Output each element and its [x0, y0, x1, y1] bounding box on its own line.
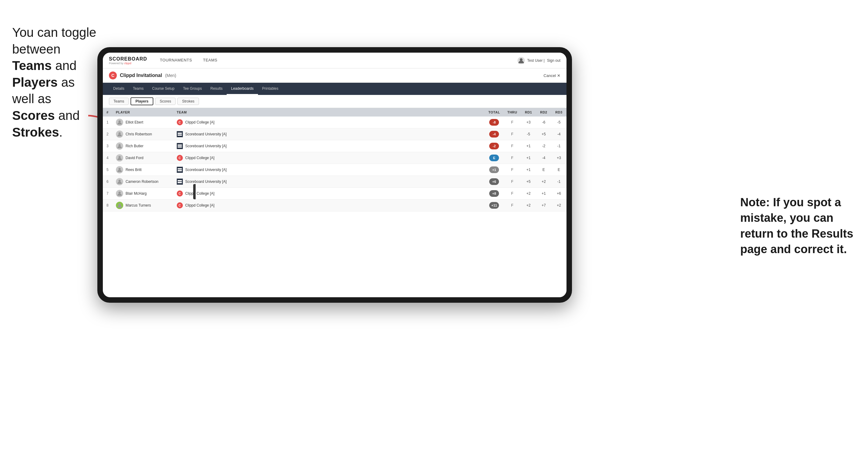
table-row: 7Blair McHargCClippd College [A]+8F+2+1+…	[103, 188, 566, 199]
cell-rd1: +1	[521, 152, 536, 164]
cell-rank: 6	[103, 176, 112, 188]
svg-point-3	[118, 132, 121, 134]
cell-rd3: -1	[551, 140, 566, 152]
cell-rank: 2	[103, 128, 112, 140]
cell-player: David Ford	[112, 152, 173, 164]
logo-text: SCOREBOARD	[109, 56, 147, 62]
cell-rd3: -1	[551, 176, 566, 188]
cell-rd3: E	[551, 164, 566, 176]
col-team: TEAM	[173, 108, 473, 117]
cell-rd2: +1	[536, 188, 551, 199]
svg-point-6	[118, 168, 121, 170]
cell-player: Chris Robertson	[112, 128, 173, 140]
svg-point-2	[118, 121, 121, 123]
nav-links: TOURNAMENTS TEAMS	[155, 53, 518, 68]
cell-rank: 7	[103, 188, 112, 199]
tablet-screen: SCOREBOARD Powered by clippd TOURNAMENTS…	[103, 53, 566, 297]
scores-table: # PLAYER TEAM TOTAL THRU RD1 RD2 RD3 1El…	[103, 108, 566, 212]
svg-point-7	[118, 180, 121, 182]
cell-total: +8	[485, 188, 503, 199]
user-area: Test User | Sign out	[518, 57, 560, 64]
cell-team: Scoreboard University [A]	[173, 140, 473, 152]
table-row: 1Elliot EbertCClippd College [A]-8F+3-6-…	[103, 117, 566, 128]
cell-total: -2	[485, 140, 503, 152]
toggle-teams-button[interactable]: Teams	[109, 98, 129, 105]
tournament-logo: C	[109, 71, 117, 80]
cell-thru: F	[503, 199, 521, 212]
user-name: Test User |	[527, 58, 545, 63]
nav-teams[interactable]: TEAMS	[197, 53, 223, 68]
cell-rd2: E	[536, 164, 551, 176]
cell-rank: 5	[103, 164, 112, 176]
cell-thru: F	[503, 176, 521, 188]
cell-total: -4	[485, 128, 503, 140]
cell-total: E	[485, 152, 503, 164]
tournament-header: C Clippd Invitational (Men) Cancel ✕	[103, 68, 566, 83]
cell-team: CClippd College [A]	[173, 117, 473, 128]
sub-nav-tee-groups[interactable]: Tee Groups	[179, 83, 206, 95]
svg-point-9	[118, 204, 121, 206]
cell-player: Marcus Turners	[112, 199, 173, 212]
table-row: 3Rich ButlerScoreboard University [A]-2F…	[103, 140, 566, 152]
cell-thru: F	[503, 117, 521, 128]
cancel-button[interactable]: Cancel ✕	[544, 73, 560, 78]
col-total: TOTAL	[485, 108, 503, 117]
logo-area: SCOREBOARD Powered by clippd	[109, 56, 147, 65]
nav-tournaments[interactable]: TOURNAMENTS	[155, 53, 198, 68]
col-thru: THRU	[503, 108, 521, 117]
col-rd2: RD2	[536, 108, 551, 117]
tournament-gender: (Men)	[165, 73, 177, 78]
user-icon	[518, 57, 525, 64]
cell-team: CClippd College [A]	[173, 152, 473, 164]
table-row: 2Chris RobertsonScoreboard University [A…	[103, 128, 566, 140]
table-row: 4David FordCClippd College [A]EF+1-4+3	[103, 152, 566, 164]
toggle-players-button[interactable]: Players	[130, 97, 153, 105]
sub-nav-teams[interactable]: Teams	[129, 83, 148, 95]
sub-nav-details[interactable]: Details	[109, 83, 129, 95]
tablet-frame: SCOREBOARD Powered by clippd TOURNAMENTS…	[97, 47, 572, 303]
col-spacer	[472, 108, 485, 117]
tournament-name: Clippd Invitational	[120, 73, 162, 78]
sign-out-link[interactable]: Sign out	[547, 58, 560, 63]
cell-rd1: -5	[521, 128, 536, 140]
toggle-scores-button[interactable]: Scores	[155, 98, 176, 105]
cell-team: Scoreboard University [A]	[173, 176, 473, 188]
cell-rd3: -5	[551, 117, 566, 128]
cell-rd2: +7	[536, 199, 551, 212]
right-annotation: Note: If you spot a mistake, you can ret…	[740, 195, 856, 257]
cell-rd1: +1	[521, 140, 536, 152]
cell-player: Cameron Robertson	[112, 176, 173, 188]
cell-team: CClippd College [A]	[173, 199, 473, 212]
sub-nav: Details Teams Course Setup Tee Groups Re…	[103, 83, 566, 95]
cell-thru: F	[503, 140, 521, 152]
cell-thru: F	[503, 188, 521, 199]
sub-nav-printables[interactable]: Printables	[258, 83, 283, 95]
svg-point-5	[118, 156, 121, 158]
tournament-title-area: C Clippd Invitational (Men)	[109, 71, 176, 80]
leaderboard-table: # PLAYER TEAM TOTAL THRU RD1 RD2 RD3 1El…	[103, 108, 566, 297]
cell-total: -8	[485, 117, 503, 128]
cell-rank: 4	[103, 152, 112, 164]
cell-player: Elliot Ebert	[112, 117, 173, 128]
cell-rank: 1	[103, 117, 112, 128]
cell-rd1: +2	[521, 188, 536, 199]
cell-rd1: +3	[521, 117, 536, 128]
logo-sub: Powered by clippd	[109, 62, 147, 65]
cell-thru: F	[503, 128, 521, 140]
cell-rd1: +5	[521, 176, 536, 188]
left-annotation: You can toggle between Teams and Players…	[12, 24, 97, 141]
sub-nav-results[interactable]: Results	[206, 83, 227, 95]
sub-nav-course-setup[interactable]: Course Setup	[148, 83, 179, 95]
col-rd3: RD3	[551, 108, 566, 117]
col-rank: #	[103, 108, 112, 117]
cell-rd1: +1	[521, 164, 536, 176]
col-rd1: RD1	[521, 108, 536, 117]
cell-thru: F	[503, 164, 521, 176]
cell-rd2: -4	[536, 152, 551, 164]
toggle-bar: Teams Players Scores Strokes	[103, 95, 566, 108]
sub-nav-leaderboards[interactable]: Leaderboards	[227, 83, 258, 95]
toggle-strokes-button[interactable]: Strokes	[177, 98, 199, 105]
cell-rd2: -6	[536, 117, 551, 128]
cell-total: +6	[485, 176, 503, 188]
table-row: 6Cameron RobertsonScoreboard University …	[103, 176, 566, 188]
